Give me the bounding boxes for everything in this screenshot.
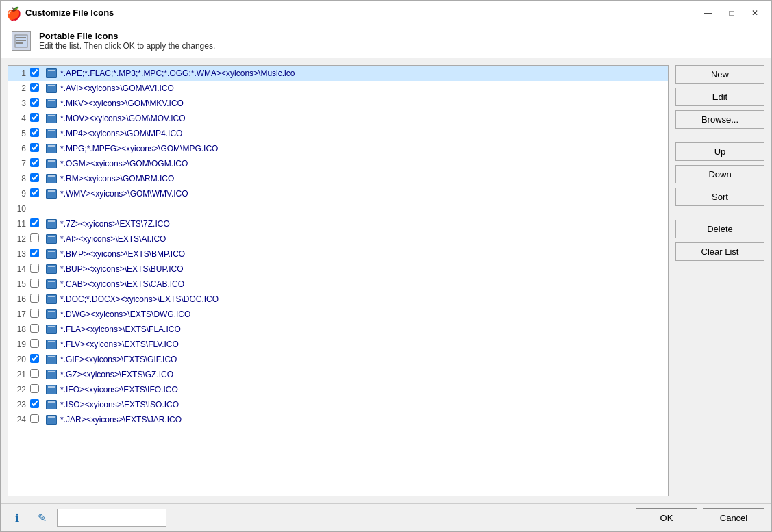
row-checkbox[interactable]: [30, 399, 42, 410]
list-scroll-area[interactable]: 1*.APE;*.FLAC;*.MP3;*.MPC;*.OGG;*.WMA><x…: [8, 66, 668, 496]
delete-button[interactable]: Delete: [675, 220, 764, 238]
row-checkbox[interactable]: [30, 113, 42, 124]
checkbox-input[interactable]: [30, 324, 39, 333]
row-checkbox[interactable]: [30, 98, 42, 109]
search-input[interactable]: [57, 509, 166, 527]
row-checkbox[interactable]: [30, 233, 42, 244]
checkbox-input[interactable]: [30, 354, 39, 363]
maximize-button[interactable]: □: [721, 5, 743, 21]
checkbox-input[interactable]: [30, 294, 39, 303]
table-row[interactable]: 14*.BUP><xyicons>\EXTS\BUP.ICO: [8, 262, 668, 277]
row-number: 1: [11, 68, 30, 78]
table-row[interactable]: 23*.ISO><xyicons>\EXTS\ISO.ICO: [8, 397, 668, 412]
new-button[interactable]: New: [675, 65, 764, 84]
minimize-button[interactable]: —: [697, 5, 719, 21]
table-row[interactable]: 10: [8, 201, 668, 216]
checkbox-input[interactable]: [30, 188, 39, 197]
sort-button[interactable]: Sort: [675, 188, 764, 206]
row-checkbox[interactable]: [30, 158, 42, 169]
table-row[interactable]: 24*.JAR><xyicons>\EXTS\JAR.ICO: [8, 412, 668, 427]
row-checkbox[interactable]: [30, 188, 42, 199]
row-checkbox[interactable]: [30, 309, 42, 320]
file-type-icon: [45, 83, 58, 94]
checkbox-input[interactable]: [30, 218, 39, 227]
table-row[interactable]: 17*.DWG><xyicons>\EXTS\DWG.ICO: [8, 307, 668, 322]
row-checkbox[interactable]: [30, 279, 42, 290]
checkbox-input[interactable]: [30, 384, 39, 393]
close-button[interactable]: ✕: [744, 5, 766, 21]
checkbox-input[interactable]: [30, 399, 39, 408]
row-number: 10: [11, 204, 30, 214]
ok-button[interactable]: OK: [636, 508, 697, 527]
checkbox-input[interactable]: [30, 309, 39, 318]
checkbox-input[interactable]: [30, 143, 39, 152]
table-row[interactable]: 9*.WMV><xyicons>\GOM\WMV.ICO: [8, 186, 668, 201]
checkbox-input[interactable]: [30, 339, 39, 348]
table-row[interactable]: 19*.FLV><xyicons>\EXTS\FLV.ICO: [8, 337, 668, 352]
table-row[interactable]: 6*.MPG;*.MPEG><xyicons>\GOM\MPG.ICO: [8, 141, 668, 156]
table-row[interactable]: 7*.OGM><xyicons>\GOM\OGM.ICO: [8, 156, 668, 171]
row-checkbox[interactable]: [30, 324, 42, 335]
file-type-icon: [45, 158, 58, 169]
row-number: 16: [11, 294, 30, 304]
window-title: Customize File Icons: [25, 8, 697, 18]
table-row[interactable]: 1*.APE;*.FLAC;*.MP3;*.MPC;*.OGG;*.WMA><x…: [8, 66, 668, 81]
table-row[interactable]: 20*.GIF><xyicons>\EXTS\GIF.ICO: [8, 352, 668, 367]
table-row[interactable]: 2*.AVI><xyicons>\GOM\AVI.ICO: [8, 81, 668, 96]
table-row[interactable]: 18*.FLA><xyicons>\EXTS\FLA.ICO: [8, 322, 668, 337]
checkbox-input[interactable]: [30, 173, 39, 182]
table-row[interactable]: 11*.7Z><xyicons>\EXTS\7Z.ICO: [8, 216, 668, 231]
row-checkbox[interactable]: [30, 173, 42, 184]
checkbox-input[interactable]: [30, 83, 39, 92]
table-row[interactable]: 4*.MOV><xyicons>\GOM\MOV.ICO: [8, 111, 668, 126]
row-checkbox[interactable]: [30, 414, 42, 425]
file-type-icon: [45, 354, 58, 365]
cancel-button[interactable]: Cancel: [703, 508, 764, 527]
row-checkbox[interactable]: [30, 384, 42, 395]
checkbox-input[interactable]: [30, 369, 39, 378]
row-checkbox[interactable]: [30, 128, 42, 139]
down-button[interactable]: Down: [675, 165, 764, 183]
row-checkbox[interactable]: [30, 68, 42, 79]
table-row[interactable]: 8*.RM><xyicons>\GOM\RM.ICO: [8, 171, 668, 186]
edit-button[interactable]: Edit: [675, 88, 764, 106]
table-row[interactable]: 12*.AI><xyicons>\EXTS\AI.ICO: [8, 231, 668, 246]
row-checkbox[interactable]: [30, 294, 42, 305]
table-row[interactable]: 16*.DOC;*.DOCX><xyicons>\EXTS\DOC.ICO: [8, 292, 668, 307]
checkbox-input[interactable]: [30, 279, 39, 288]
file-type-icon: [45, 324, 58, 335]
row-number: 7: [11, 159, 30, 168]
checkbox-input[interactable]: [30, 264, 39, 273]
checkbox-input[interactable]: [30, 158, 39, 167]
row-checkbox[interactable]: [30, 218, 42, 229]
checkbox-input[interactable]: [30, 128, 39, 137]
table-row[interactable]: 22*.IFO><xyicons>\EXTS\IFO.ICO: [8, 382, 668, 397]
row-checkbox[interactable]: [30, 83, 42, 94]
row-checkbox[interactable]: [30, 369, 42, 380]
checkbox-input[interactable]: [30, 233, 39, 242]
row-checkbox[interactable]: [30, 249, 42, 259]
table-row[interactable]: 5*.MP4><xyicons>\GOM\MP4.ICO: [8, 126, 668, 141]
checkbox-input[interactable]: [30, 414, 39, 423]
edit-icon-button[interactable]: ✎: [32, 508, 51, 527]
checkbox-input[interactable]: [30, 113, 39, 122]
file-type-icon: [45, 279, 58, 290]
row-checkbox[interactable]: [30, 264, 42, 275]
row-number: 12: [11, 234, 30, 244]
checkbox-input[interactable]: [30, 249, 39, 257]
info-button[interactable]: ℹ: [8, 508, 27, 527]
checkbox-input[interactable]: [30, 68, 39, 77]
checkbox-input[interactable]: [30, 98, 39, 107]
table-row[interactable]: 13*.BMP><xyicons>\EXTS\BMP.ICO: [8, 246, 668, 262]
row-number: 5: [11, 129, 30, 138]
up-button[interactable]: Up: [675, 142, 764, 161]
table-row[interactable]: 3*.MKV><xyicons>\GOM\MKV.ICO: [8, 96, 668, 111]
row-checkbox[interactable]: [30, 339, 42, 350]
row-checkbox[interactable]: [30, 354, 42, 365]
file-type-icon: [45, 143, 58, 154]
table-row[interactable]: 15*.CAB><xyicons>\EXTS\CAB.ICO: [8, 277, 668, 292]
table-row[interactable]: 21*.GZ><xyicons>\EXTS\GZ.ICO: [8, 367, 668, 382]
browse-button[interactable]: Browse...: [675, 110, 764, 129]
clear-list-button[interactable]: Clear List: [675, 242, 764, 261]
row-checkbox[interactable]: [30, 143, 42, 154]
